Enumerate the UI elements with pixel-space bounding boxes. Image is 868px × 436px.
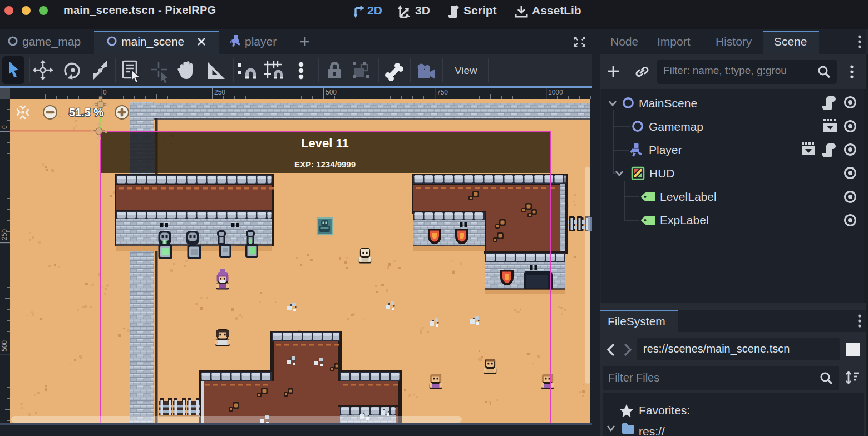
svg-text:500: 500 (326, 88, 337, 96)
svg-text:HUD: HUD (649, 167, 675, 180)
svg-text:750: 750 (437, 88, 448, 96)
svg-text:0: 0 (1, 125, 8, 129)
svg-text:Player: Player (649, 143, 682, 156)
svg-text:LevelLabel: LevelLabel (660, 190, 717, 203)
svg-text:Gamemap: Gamemap (649, 120, 703, 133)
svg-text:EXP: 1234/9999: EXP: 1234/9999 (294, 160, 356, 169)
svg-text:250: 250 (1, 229, 8, 240)
svg-text:0: 0 (103, 88, 107, 96)
svg-text:500: 500 (1, 340, 8, 351)
svg-text:MainScene: MainScene (639, 97, 697, 110)
svg-text:250: 250 (214, 88, 225, 96)
svg-text:51.5 %: 51.5 % (69, 106, 103, 118)
svg-text:ExpLabel: ExpLabel (660, 214, 709, 226)
svg-text:View: View (455, 65, 477, 76)
svg-text:Level 11: Level 11 (301, 136, 349, 150)
svg-text:1000: 1000 (548, 88, 563, 96)
